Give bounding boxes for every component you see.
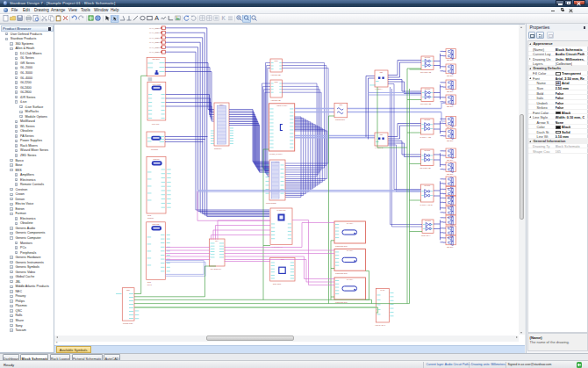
svg-text:MONITOR DSX: MONITOR DSX	[335, 272, 348, 274]
svg-text:AUDIO MATRIX: AUDIO MATRIX	[276, 105, 289, 106]
svg-text:DVI: DVI	[215, 240, 219, 242]
svg-text:JBL SPK: JBL SPK	[447, 90, 454, 92]
svg-text:XAP800 A: XAP800 A	[375, 88, 384, 90]
svg-text:MATRIX A-3B: MATRIX A-3B	[420, 136, 432, 138]
svg-text:DSP UNIT: DSP UNIT	[273, 283, 282, 285]
svg-text:DSP: DSP	[380, 71, 384, 73]
svg-text:K: K	[221, 15, 226, 21]
svg-text:GR PRO4-3B: GR PRO4-3B	[420, 167, 432, 169]
svg-text:XX-XX_GGBXX: XX-XX_GGBXX	[149, 32, 161, 34]
svg-text:RACK: RACK	[381, 289, 386, 291]
svg-text:JBL SPK: JBL SPK	[447, 159, 454, 161]
svg-text:iLive surf: iLive surf	[152, 123, 160, 125]
svg-text:DTR: DTR	[275, 81, 278, 83]
svg-text:JBL SPK: JBL SPK	[447, 105, 454, 107]
svg-text:iDR OUT: iDR OUT	[153, 58, 161, 60]
svg-text:iLive-T112: iLive-T112	[153, 83, 161, 85]
svg-text:JBL SPK: JBL SPK	[447, 197, 454, 198]
svg-text:MixRack: MixRack	[151, 148, 159, 150]
svg-text:PSU: PSU	[126, 289, 131, 291]
svg-text:XX-XX_GGBXX: XX-XX_GGBXX	[149, 47, 161, 49]
svg-text:AVB DTR-2B: AVB DTR-2B	[270, 74, 281, 76]
svg-text:PLASMA: PLASMA	[347, 249, 354, 251]
svg-text:A: A	[154, 15, 159, 21]
svg-text:furman PSU: furman PSU	[123, 322, 133, 324]
svg-text:MONITOR DSX: MONITOR DSX	[335, 301, 348, 303]
svg-text:console: console	[147, 217, 154, 219]
svg-text:PLASMA: PLASMA	[347, 222, 354, 224]
svg-text:JBL SPK: JBL SPK	[447, 75, 454, 76]
svg-text:GLD-112: GLD-112	[153, 223, 161, 225]
svg-text:AMP RACK 1: AMP RACK 1	[375, 324, 386, 326]
svg-text:GLD: GLD	[147, 214, 152, 216]
svg-text:JBL SPK: JBL SPK	[447, 140, 454, 141]
svg-text:GR PRO: GR PRO	[425, 57, 431, 58]
svg-text:GR PRO4-1B: GR PRO4-1B	[420, 71, 432, 73]
svg-text:GR PRO: GR PRO	[425, 150, 431, 151]
svg-text:mix 2: mix 2	[147, 284, 153, 285]
svg-text:MULTICORE: MULTICORE	[266, 202, 276, 204]
svg-text:DTR: DTR	[275, 60, 278, 61]
svg-text:MATRIX AMP-B: MATRIX AMP-B	[420, 204, 434, 206]
svg-text:MONITOR DSX: MONITOR DSX	[335, 245, 348, 247]
svg-text:OSC: OSC	[339, 104, 342, 105]
svg-text:GR PRO: GR PRO	[425, 89, 431, 90]
svg-text:MATRIX SW: MATRIX SW	[276, 209, 285, 211]
svg-text:PLASMA: PLASMA	[347, 278, 354, 280]
svg-text:GR PRO: GR PRO	[425, 220, 431, 221]
svg-text:DVI DIST 1x4: DVI DIST 1x4	[211, 268, 222, 270]
svg-text:AVB DTR-3B: AVB DTR-3B	[270, 99, 281, 101]
svg-text:GR PRO4-2B: GR PRO4-2B	[420, 103, 432, 105]
svg-text:XX-XX_GGBXX: XX-XX_GGBXX	[149, 37, 161, 40]
svg-text:GR PRO: GR PRO	[425, 185, 431, 186]
svg-text:JBL SPK: JBL SPK	[447, 59, 454, 61]
svg-text:JBL SPK: JBL SPK	[447, 173, 454, 175]
svg-text:GLD-80: GLD-80	[153, 158, 160, 160]
svg-text:JBL SPK: JBL SPK	[447, 126, 454, 128]
svg-text:MIXER_MATRIX: MIXER_MATRIX	[269, 153, 283, 155]
svg-text:SBox: SBox	[219, 104, 224, 105]
svg-text:NOISE SRC: NOISE SRC	[335, 119, 346, 120]
svg-text:XX-XX_GGBXX: XX-XX_GGBXX	[149, 51, 161, 54]
svg-text:DSP: DSP	[380, 133, 384, 135]
svg-text:XX-XX_GGBXX: XX-XX_GGBXX	[149, 27, 161, 30]
svg-text:XX-XX_GGBXX: XX-XX_GGBXX	[149, 41, 161, 44]
svg-text:GLD: GLD	[147, 281, 152, 283]
svg-text:Stagebox: Stagebox	[214, 148, 221, 149]
svg-text:JBL SPK: JBL SPK	[447, 246, 454, 248]
svg-text:GR PRO: GR PRO	[425, 119, 431, 120]
svg-text:PROAMP 4: PROAMP 4	[421, 235, 431, 236]
